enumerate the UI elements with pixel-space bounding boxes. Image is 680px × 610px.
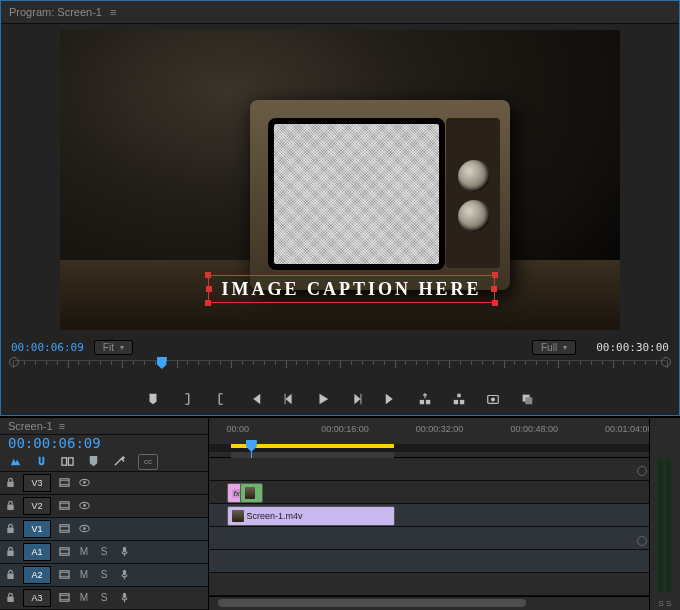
solo-toggle[interactable]: S bbox=[94, 589, 114, 607]
sync-lock-icon[interactable] bbox=[54, 566, 74, 584]
scroll-handle[interactable] bbox=[637, 536, 647, 546]
track-target-a2[interactable]: A2 bbox=[23, 566, 51, 584]
panel-menu-icon[interactable]: ≡ bbox=[110, 6, 117, 18]
voiceover-icon[interactable] bbox=[114, 543, 134, 561]
sync-lock-icon[interactable] bbox=[54, 497, 74, 515]
scrub-end-handle[interactable] bbox=[661, 357, 671, 367]
scrub-start-handle[interactable] bbox=[9, 357, 19, 367]
timeline-track-header: Screen-1 ≡ 00:00:06:09 cc V3V2V1A1MSA2MS… bbox=[0, 418, 209, 610]
meter-solo-label[interactable]: S S bbox=[650, 599, 680, 608]
track-lane-v1[interactable]: Screen-1.m4v bbox=[209, 504, 649, 527]
clip[interactable]: Screen-1.m4v bbox=[227, 506, 395, 526]
solo-toggle[interactable]: S bbox=[94, 543, 114, 561]
track-target-v1[interactable]: V1 bbox=[23, 520, 51, 538]
track-lane-a2[interactable] bbox=[209, 550, 649, 573]
track-lock-icon[interactable] bbox=[0, 497, 20, 515]
sync-lock-icon[interactable] bbox=[54, 589, 74, 607]
solo-toggle[interactable]: S bbox=[94, 566, 114, 584]
panel-menu-icon[interactable]: ≡ bbox=[59, 420, 65, 432]
linked-selection-icon[interactable] bbox=[60, 455, 74, 469]
scroll-handle[interactable] bbox=[637, 466, 647, 476]
program-tab[interactable]: Program: Screen-1 bbox=[9, 6, 102, 18]
svg-rect-27 bbox=[59, 571, 68, 578]
title-text-box[interactable]: IMAGE CAPTION HERE bbox=[208, 275, 495, 303]
track-lock-icon[interactable] bbox=[0, 566, 20, 584]
step-back-button[interactable] bbox=[281, 391, 297, 407]
timeline-timecode[interactable]: 00:00:06:09 bbox=[0, 435, 208, 452]
sequence-tab[interactable]: Screen-1 ≡ bbox=[0, 418, 208, 435]
track-lock-icon[interactable] bbox=[0, 543, 20, 561]
quality-select[interactable]: Full ▾ bbox=[532, 340, 576, 355]
program-scrubber[interactable] bbox=[13, 360, 667, 381]
track-target-v3[interactable]: V3 bbox=[23, 474, 51, 492]
mute-toggle[interactable]: M bbox=[74, 566, 94, 584]
svg-rect-19 bbox=[7, 528, 13, 534]
track-lane-v3[interactable] bbox=[209, 458, 649, 481]
timeline-vscroll[interactable] bbox=[637, 464, 647, 590]
track-header-v2[interactable]: V2 bbox=[0, 495, 208, 518]
track-lane-a1[interactable] bbox=[209, 527, 649, 550]
goto-out-button[interactable] bbox=[383, 391, 399, 407]
step-fwd-button[interactable] bbox=[349, 391, 365, 407]
track-header-v1[interactable]: V1 bbox=[0, 518, 208, 541]
svg-rect-26 bbox=[7, 574, 13, 580]
svg-rect-1 bbox=[426, 400, 430, 404]
nest-toggle-icon[interactable] bbox=[8, 455, 22, 469]
svg-rect-31 bbox=[122, 593, 125, 599]
track-lock-icon[interactable] bbox=[0, 589, 20, 607]
ruler-label: 00:01:04:00 bbox=[605, 424, 653, 434]
track-header-a2[interactable]: A2MS bbox=[0, 564, 208, 587]
zoom-thumb[interactable] bbox=[218, 599, 526, 607]
clip[interactable] bbox=[240, 483, 263, 503]
sync-lock-icon[interactable] bbox=[54, 474, 74, 492]
svg-rect-20 bbox=[59, 525, 68, 532]
track-target-v2[interactable]: V2 bbox=[23, 497, 51, 515]
mark-in-button[interactable] bbox=[179, 391, 195, 407]
track-target-a1[interactable]: A1 bbox=[23, 543, 51, 561]
track-output-toggle[interactable] bbox=[74, 520, 94, 538]
svg-rect-4 bbox=[457, 394, 461, 398]
track-output-toggle[interactable] bbox=[74, 497, 94, 515]
add-marker-button[interactable] bbox=[145, 391, 161, 407]
track-lane-v2[interactable]: fxfx bbox=[209, 481, 649, 504]
svg-rect-10 bbox=[68, 458, 73, 465]
program-monitor-panel: Program: Screen-1 ≡ IMAGE CAPTION HERE bbox=[0, 0, 680, 416]
timeline-settings-icon[interactable] bbox=[112, 455, 126, 469]
tv-prop bbox=[250, 100, 510, 290]
svg-rect-23 bbox=[7, 551, 13, 557]
goto-in-button[interactable] bbox=[247, 391, 263, 407]
track-target-a3[interactable]: A3 bbox=[23, 589, 51, 607]
sync-lock-icon[interactable] bbox=[54, 520, 74, 538]
track-header-a1[interactable]: A1MS bbox=[0, 541, 208, 564]
marker-tool-icon[interactable] bbox=[86, 455, 100, 469]
captions-toggle-icon[interactable]: cc bbox=[138, 454, 158, 470]
timeline-zoom-scrollbar[interactable] bbox=[209, 596, 649, 610]
program-frame[interactable]: IMAGE CAPTION HERE bbox=[60, 30, 620, 330]
timeline-lanes[interactable]: fxfxScreen-1.m4v bbox=[209, 458, 649, 596]
lift-button[interactable] bbox=[417, 391, 433, 407]
voiceover-icon[interactable] bbox=[114, 589, 134, 607]
track-header-v3[interactable]: V3 bbox=[0, 472, 208, 495]
mark-out-button[interactable] bbox=[213, 391, 229, 407]
program-current-timecode[interactable]: 00:00:06:09 bbox=[11, 341, 84, 354]
play-button[interactable] bbox=[315, 391, 331, 407]
sync-lock-icon[interactable] bbox=[54, 543, 74, 561]
zoom-select[interactable]: Fit ▾ bbox=[94, 340, 133, 355]
track-output-toggle[interactable] bbox=[74, 474, 94, 492]
extract-button[interactable] bbox=[451, 391, 467, 407]
snap-toggle-icon[interactable] bbox=[34, 455, 48, 469]
program-tabbar: Program: Screen-1 ≡ bbox=[1, 1, 679, 24]
svg-point-18 bbox=[83, 505, 86, 508]
track-lane-a3[interactable] bbox=[209, 573, 649, 596]
track-lock-icon[interactable] bbox=[0, 474, 20, 492]
timeline-ruler[interactable]: 00:0000:00:16:0000:00:32:0000:00:48:0000… bbox=[209, 418, 649, 458]
mute-toggle[interactable]: M bbox=[74, 589, 94, 607]
overwrite-button[interactable] bbox=[519, 391, 535, 407]
track-header-a3[interactable]: A3MS bbox=[0, 587, 208, 610]
ruler-label: 00:00:48:00 bbox=[510, 424, 558, 434]
mute-toggle[interactable]: M bbox=[74, 543, 94, 561]
track-lock-icon[interactable] bbox=[0, 520, 20, 538]
svg-rect-28 bbox=[122, 570, 125, 576]
voiceover-icon[interactable] bbox=[114, 566, 134, 584]
export-frame-button[interactable] bbox=[485, 391, 501, 407]
